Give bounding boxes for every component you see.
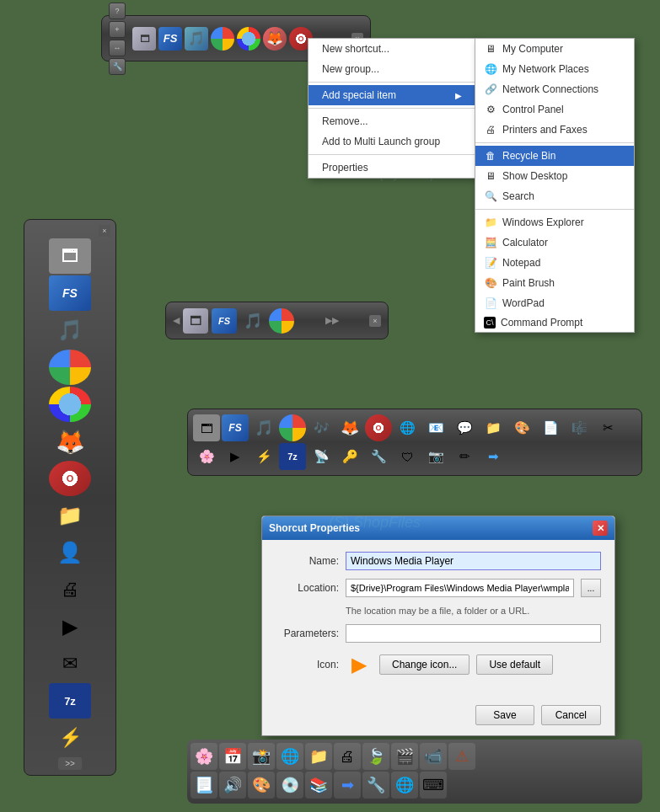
submenu-my-network[interactable]: 🌐 My Network Places	[475, 59, 634, 79]
top-toolbar-btn-1[interactable]: ?	[109, 3, 126, 19]
bottom-icon-video[interactable]: 🎬	[391, 743, 418, 770]
context-add-multi[interactable]: Add to Multi Launch group	[309, 131, 475, 152]
submenu-command-prompt[interactable]: C\ Command Prompt	[475, 313, 634, 332]
main-icon-key[interactable]: 🔑	[336, 443, 363, 470]
bottom-icon-net2[interactable]: 🌐	[391, 772, 418, 799]
dialog-location-input[interactable]	[346, 579, 574, 597]
main-icon-play[interactable]: ▶	[222, 443, 249, 470]
main-icon-bluetooth2[interactable]: ⚡	[250, 443, 277, 470]
top-icon-itunes[interactable]: 🎵	[185, 27, 208, 51]
bottom-icon-printer2[interactable]: 🖨	[334, 743, 361, 770]
main-icon-winamp[interactable]: 🎶	[308, 414, 335, 441]
left-toolbar-close[interactable]: ×	[99, 225, 110, 237]
use-default-button[interactable]: Use default	[476, 654, 553, 675]
left-icon-chrome[interactable]	[49, 350, 91, 385]
dialog-cancel-button[interactable]: Cancel	[541, 705, 601, 725]
main-icon-wifi[interactable]: 📡	[308, 443, 335, 470]
dialog-close-button[interactable]: ✕	[593, 521, 608, 536]
left-icon-mail[interactable]: ✉	[49, 646, 91, 681]
submenu-paint-brush[interactable]: 🎨 Paint Brush	[475, 273, 634, 293]
mid-toolbar-close[interactable]: ×	[369, 315, 381, 327]
submenu-show-desktop[interactable]: 🖥 Show Desktop	[475, 166, 634, 186]
left-icon-windows[interactable]	[49, 387, 91, 422]
main-icon-fs[interactable]: FS	[222, 414, 249, 441]
main-icon-folder2[interactable]: 📁	[480, 414, 507, 441]
main-icon-firefox[interactable]: 🦊	[336, 414, 363, 441]
left-icon-calc[interactable]: 🗔	[49, 238, 91, 274]
left-icon-folder[interactable]: 📁	[49, 498, 91, 533]
context-add-special[interactable]: Add special item ▶	[309, 85, 475, 105]
main-icon-opera[interactable]: O	[365, 414, 392, 441]
bottom-icon-calendar[interactable]: 📅	[219, 743, 246, 770]
left-icon-media[interactable]: ▶	[49, 609, 91, 644]
top-icon-windows[interactable]	[237, 27, 260, 51]
submenu-search[interactable]: 🔍 Search	[475, 186, 634, 206]
left-icon-fs[interactable]: FS	[49, 275, 91, 311]
top-icon-fs[interactable]: FS	[158, 27, 182, 51]
bottom-icon-cam[interactable]: 📸	[248, 743, 275, 770]
top-toolbar-btn-4[interactable]: 🔧	[109, 58, 126, 75]
main-icon-camera[interactable]: 📷	[422, 443, 449, 470]
main-icon-shield[interactable]: 🛡	[394, 443, 421, 470]
mid-icon-itunes[interactable]: 🎵	[240, 308, 266, 334]
context-new-group[interactable]: New group...	[309, 59, 475, 79]
dialog-parameters-input[interactable]	[346, 624, 601, 643]
main-icon-scissors[interactable]: ✂	[594, 414, 621, 441]
bottom-icon-flower[interactable]: 🌸	[190, 743, 217, 770]
main-icon-7zip2[interactable]: 7z	[279, 443, 306, 470]
main-icon-outlook[interactable]: 📧	[422, 414, 449, 441]
dialog-browse-button[interactable]: ...	[581, 579, 601, 597]
top-toolbar-btn-2[interactable]: +	[109, 21, 126, 38]
left-icon-bluetooth[interactable]: ⚡	[49, 720, 91, 756]
top-toolbar-btn-3[interactable]: ↔	[109, 40, 126, 56]
main-icon-ie[interactable]: 🌐	[394, 414, 421, 441]
top-icon-calc[interactable]: 🗔	[132, 27, 156, 51]
main-icon-doc[interactable]: 📄	[537, 414, 564, 441]
dialog-save-button[interactable]: Save	[475, 705, 534, 725]
bottom-icon-tools2[interactable]: 🔧	[362, 772, 389, 799]
bottom-icon-doc2[interactable]: 📃	[190, 772, 217, 799]
main-icon-chat[interactable]: 💬	[451, 414, 478, 441]
submenu-control-panel[interactable]: ⚙ Control Panel	[475, 99, 634, 120]
left-icon-7zip[interactable]: 7z	[49, 683, 91, 719]
main-icon-music[interactable]: 🎼	[566, 414, 593, 441]
left-icon-firefox[interactable]: 🦊	[49, 424, 91, 459]
mid-icon-calc[interactable]: 🗔	[183, 308, 208, 334]
submenu-recycle-bin[interactable]: 🗑 Recycle Bin	[475, 146, 634, 166]
main-icon-arrow[interactable]: ➡	[480, 443, 507, 470]
main-icon-chrome[interactable]	[279, 414, 306, 441]
bottom-icon-ie2[interactable]: 🌐	[276, 743, 303, 770]
main-icon-calc[interactable]: 🗔	[193, 414, 220, 441]
bottom-icon-folder3[interactable]: 📁	[305, 743, 332, 770]
left-icon-printer[interactable]: 🖨	[49, 572, 91, 607]
bottom-icon-leaf[interactable]: 🍃	[362, 743, 389, 770]
mid-toolbar-prev[interactable]: ◀	[173, 315, 180, 326]
submenu-my-computer[interactable]: 🖥 My Computer	[475, 39, 634, 59]
bottom-icon-video2[interactable]: 📹	[420, 743, 447, 770]
bottom-icon-kbd[interactable]: ⌨	[420, 772, 447, 799]
main-icon-paint[interactable]: 🎨	[508, 414, 535, 441]
submenu-network-connections[interactable]: 🔗 Network Connections	[475, 79, 634, 99]
main-icon-flower[interactable]: 🌸	[193, 443, 220, 470]
bottom-icon-arrow2[interactable]: ➡	[334, 772, 361, 799]
left-icon-opera[interactable]: O	[49, 461, 91, 496]
main-icon-pen[interactable]: ✏	[451, 443, 478, 470]
submenu-printers-faxes[interactable]: 🖨 Printers and Faxes	[475, 120, 634, 140]
context-new-shortcut[interactable]: New shortcut...	[309, 39, 475, 59]
bottom-icon-book[interactable]: 📚	[305, 772, 332, 799]
mid-icon-fs[interactable]: FS	[212, 308, 237, 334]
bottom-icon-paint2[interactable]: 🎨	[248, 772, 275, 799]
mid-icon-chrome[interactable]	[269, 308, 294, 334]
submenu-calculator[interactable]: 🧮 Calculator	[475, 232, 634, 253]
context-properties[interactable]: Properties	[309, 158, 475, 178]
top-icon-firefox[interactable]: 🦊	[263, 27, 287, 51]
main-icon-tools[interactable]: 🔧	[365, 443, 392, 470]
top-icon-chrome[interactable]	[211, 27, 234, 51]
submenu-notepad[interactable]: 📝 Notepad	[475, 253, 634, 273]
bottom-icon-disk[interactable]: 💿	[276, 772, 303, 799]
left-icon-user[interactable]: 👤	[49, 535, 91, 570]
submenu-wordpad[interactable]: 📄 WordPad	[475, 293, 634, 313]
change-icon-button[interactable]: Change icon...	[379, 654, 470, 675]
dialog-name-input[interactable]	[346, 552, 601, 570]
context-remove[interactable]: Remove...	[309, 111, 475, 131]
